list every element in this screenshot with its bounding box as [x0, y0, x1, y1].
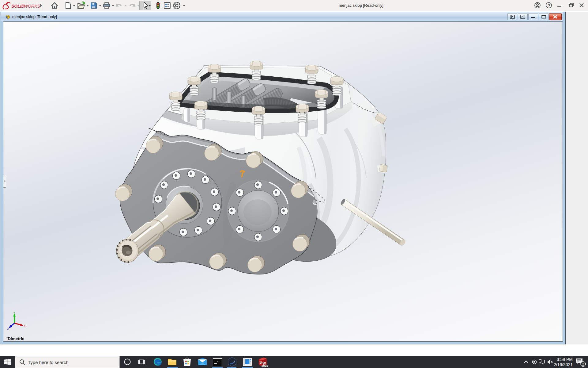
svg-text:2: 2 [582, 362, 584, 366]
svg-text:z: z [7, 327, 9, 330]
svg-text:C:\*: C:\* [214, 360, 220, 363]
svg-text:?: ? [548, 3, 550, 8]
svg-text:x: x [24, 324, 25, 327]
svg-text:2021: 2021 [262, 364, 268, 367]
svg-text:SOLID: SOLID [11, 4, 24, 9]
svg-text:WORKS: WORKS [24, 4, 40, 9]
